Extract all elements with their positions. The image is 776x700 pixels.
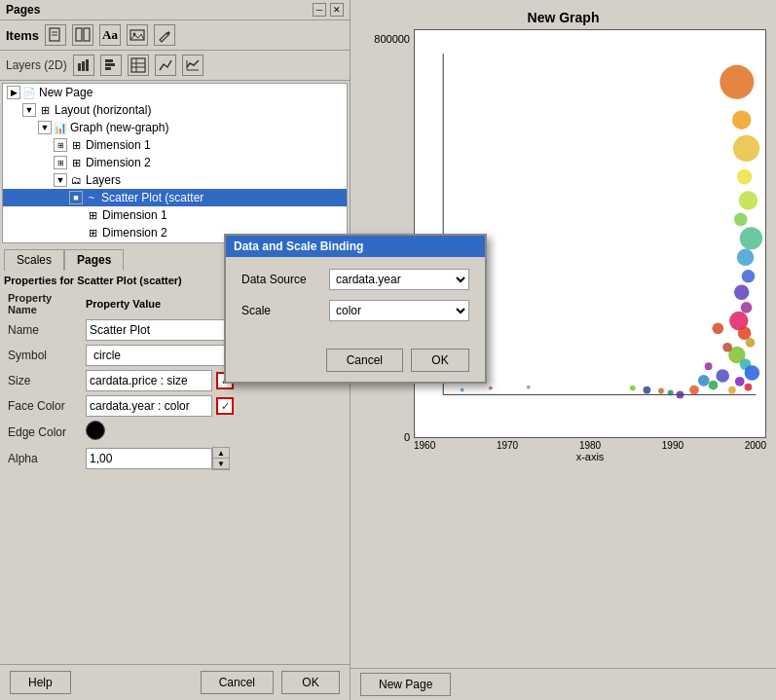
tree-item-label: Graph (new-graph) — [70, 121, 168, 134]
alpha-input[interactable] — [86, 448, 212, 469]
dialog-body: Data Source cardata.year Scale color — [226, 257, 485, 343]
data-scale-binding-dialog[interactable]: Data and Scale Binding Data Source carda… — [224, 234, 487, 384]
page-tree-icon: 📄 — [21, 85, 37, 100]
tree-item-new-page[interactable]: ▶ 📄 New Page — [3, 84, 347, 101]
svg-point-47 — [689, 386, 699, 395]
page-icon[interactable] — [45, 24, 66, 46]
svg-point-43 — [716, 369, 729, 383]
svg-rect-8 — [82, 61, 85, 71]
svg-point-31 — [741, 302, 753, 313]
expand-icon[interactable]: ▶ — [7, 86, 20, 99]
bar-chart-icon[interactable] — [73, 55, 94, 76]
x-label-1980: 1980 — [579, 440, 601, 451]
data-source-select[interactable]: cardata.year — [329, 269, 469, 290]
tree-item-layout[interactable]: ▼ ⊞ Layout (horizontal) — [3, 101, 347, 119]
items-label: Items — [6, 28, 39, 43]
x-label-2000: 2000 — [745, 440, 766, 451]
dialog-cancel-button[interactable]: Cancel — [326, 349, 403, 372]
tree-item-dim2[interactable]: ⊞ ⊞ Dimension 2 — [3, 154, 347, 171]
edge-color-picker[interactable] — [86, 421, 105, 440]
svg-point-26 — [734, 213, 748, 227]
cancel-button[interactable]: Cancel — [201, 671, 274, 694]
tree-item-label: Layers — [86, 173, 121, 187]
dim2-sub-icon: ⊞ — [85, 225, 100, 240]
symbol-select[interactable]: circle — [86, 345, 238, 366]
size-input[interactable] — [86, 370, 212, 391]
pages-title: Pages — [6, 3, 40, 17]
tree-item-layers[interactable]: ▼ 🗂 Layers — [3, 171, 347, 189]
table-icon[interactable] — [128, 55, 149, 76]
line-chart2-icon[interactable] — [182, 55, 203, 76]
new-page-tab-bar: New Page — [351, 668, 776, 700]
dialog-titlebar: Data and Scale Binding — [226, 236, 485, 257]
facecolor-checkbox[interactable] — [216, 397, 234, 415]
facecolor-input[interactable] — [86, 395, 212, 417]
tab-pages[interactable]: Pages — [64, 249, 124, 271]
layers-tree-icon: 🗂 — [68, 172, 84, 188]
svg-point-51 — [643, 387, 650, 394]
layout-icon[interactable] — [72, 24, 93, 46]
x-label-1990: 1990 — [662, 440, 684, 451]
svg-rect-10 — [105, 59, 113, 62]
prop-size-label: Size — [4, 368, 82, 393]
x-axis-title: x-axis — [414, 451, 766, 462]
table-row: Edge Color — [4, 419, 346, 445]
expand-icon[interactable]: ■ — [69, 191, 83, 204]
svg-point-49 — [668, 390, 674, 396]
svg-point-29 — [742, 270, 756, 283]
x-axis-labels: 1960 1970 1980 1990 2000 — [414, 438, 766, 451]
help-button[interactable]: Help — [10, 671, 71, 694]
text-icon[interactable]: Aa — [99, 24, 121, 46]
layers-toolbar: Layers (2D) — [0, 51, 350, 81]
dialog-buttons: Cancel OK — [226, 343, 485, 382]
expand-icon[interactable]: ⊞ — [54, 138, 67, 152]
line-chart-icon[interactable] — [155, 55, 176, 76]
scale-select[interactable]: color — [329, 300, 469, 321]
svg-point-30 — [734, 285, 750, 301]
expand-icon[interactable]: ⊞ — [54, 156, 67, 169]
spinner-up[interactable]: ▲ — [213, 448, 229, 459]
tree-item-dim1[interactable]: ⊞ ⊞ Dimension 1 — [3, 136, 347, 154]
tab-scales[interactable]: Scales — [4, 249, 64, 271]
expand-icon[interactable]: ▼ — [54, 173, 67, 187]
tree-item-scatter-dim1[interactable]: ⊞ Dimension 1 — [3, 206, 347, 224]
bar-chart2-icon[interactable] — [100, 55, 122, 76]
ok-button[interactable]: OK — [281, 671, 340, 694]
layers-label: Layers (2D) — [6, 58, 67, 72]
data-source-label: Data Source — [241, 273, 329, 286]
x-label-1960: 1960 — [414, 440, 435, 451]
data-source-row: Data Source cardata.year — [241, 269, 469, 290]
svg-rect-13 — [131, 58, 145, 72]
svg-rect-11 — [105, 63, 115, 66]
graph-title: New Graph — [360, 10, 766, 25]
svg-point-33 — [738, 326, 752, 340]
prop-edgecolor-label: Edge Color — [4, 419, 82, 445]
svg-point-39 — [745, 384, 753, 391]
tree-item-scatter[interactable]: ■ ~ Scatter Plot (scatter — [3, 189, 347, 206]
tree-item-label: Dimension 2 — [86, 156, 151, 169]
close-button[interactable]: ✕ — [330, 3, 344, 17]
svg-point-21 — [720, 65, 754, 99]
table-row: Alpha ▲ ▼ — [4, 445, 346, 472]
edit-icon[interactable] — [154, 24, 175, 46]
spinner-down[interactable]: ▼ — [213, 459, 229, 469]
tree-container: ▶ 📄 New Page ▼ ⊞ Layout (horizontal) ▼ 📊… — [2, 83, 348, 243]
name-input[interactable] — [86, 319, 232, 341]
svg-point-50 — [658, 388, 664, 394]
pages-header-icons: ─ ✕ — [313, 3, 344, 17]
svg-point-53 — [461, 388, 464, 392]
bottom-bar: Help Cancel OK — [0, 664, 350, 700]
dialog-ok-button[interactable]: OK — [411, 349, 469, 372]
svg-point-38 — [735, 377, 745, 387]
svg-point-24 — [737, 169, 753, 185]
y-min-label: 0 — [404, 431, 410, 443]
new-page-button[interactable]: New Page — [360, 673, 451, 696]
image-icon[interactable] — [127, 24, 148, 46]
svg-point-25 — [739, 191, 758, 209]
minimize-button[interactable]: ─ — [313, 3, 326, 17]
x-label-1970: 1970 — [497, 440, 518, 451]
expand-icon[interactable]: ▼ — [22, 103, 36, 117]
tree-item-graph[interactable]: ▼ 📊 Graph (new-graph) — [3, 119, 347, 136]
table-row: Face Color — [4, 393, 346, 419]
expand-icon[interactable]: ▼ — [38, 121, 52, 134]
